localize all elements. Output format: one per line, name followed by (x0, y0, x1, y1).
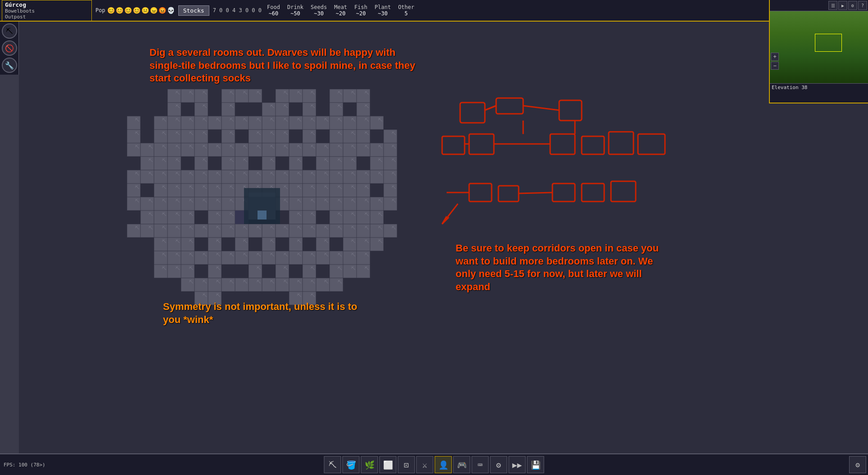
svg-rect-23 (330, 130, 370, 143)
svg-rect-47 (235, 238, 249, 251)
fast-forward-button[interactable]: ▶▶ (509, 456, 526, 473)
annotation-symmetry: Symmetry is not important, unless it is … (163, 300, 366, 326)
bottom-bar: FPS: 100 (78>) ⛏ 🪣 🌿 ⬜ ⊡ ⚔ 👤 🎮 ⌨ ⚙ ▶▶ 💾 … (0, 453, 868, 475)
population-numbers: 7 0 0 4 3 0 0 0 (213, 7, 262, 13)
fps-display: FPS: 100 (78>) (0, 462, 49, 468)
svg-rect-5 (330, 89, 370, 103)
pop-label: Pop (95, 7, 105, 13)
annotation-corridors: Be sure to keep corridors open in case y… (456, 242, 672, 293)
minimap-menu-btn[interactable]: ☰ (828, 1, 837, 10)
tool-icon[interactable]: 🔧 (2, 58, 17, 73)
svg-rect-22 (303, 130, 316, 143)
svg-rect-64 (258, 211, 267, 220)
zoom-in-btn[interactable]: + (771, 53, 779, 61)
svg-rect-82 (582, 184, 604, 202)
svg-rect-81 (552, 184, 575, 202)
minimap-help-btn[interactable]: ? (858, 1, 867, 10)
svg-rect-33 (127, 170, 397, 184)
svg-rect-57 (303, 264, 316, 278)
svg-rect-29 (262, 157, 276, 170)
svg-rect-75 (582, 136, 604, 154)
pick-icon[interactable]: ⛏ (2, 23, 17, 39)
sketch-drawings (433, 94, 685, 264)
dungeon-map[interactable]: ⛏ (127, 89, 406, 314)
fortress-subtitle: Bowelboots Outpost (5, 8, 89, 20)
svg-rect-51 (343, 238, 384, 251)
food-resource: Food ~60 (267, 4, 280, 17)
military-button[interactable]: ⚔ (416, 456, 434, 473)
minimap-area[interactable]: + − (770, 11, 868, 83)
stocks-button[interactable]: Stocks (178, 5, 209, 16)
cancel-icon[interactable]: 🚫 (2, 40, 17, 56)
other-resource: Other 5 (398, 4, 414, 17)
population-section: Pop 😊 😊 😊 😊 😐 😠 😡 💀 (95, 7, 175, 14)
svg-rect-83 (611, 181, 636, 202)
svg-rect-36 (384, 184, 397, 197)
minimap-panel: ☰ ▶ ⚙ ? + − Elevation 38 (769, 0, 868, 103)
units-button[interactable]: 👤 (435, 456, 452, 473)
game-button[interactable]: 🎮 (453, 456, 470, 473)
minimap-toolbar: ☰ ▶ ⚙ ? (770, 0, 868, 11)
svg-rect-42 (289, 211, 316, 224)
nature-button[interactable]: 🌿 (361, 456, 378, 473)
fortress-name: Gúrcog (5, 1, 89, 8)
elevation-display: Elevation 38 (770, 83, 868, 91)
svg-rect-77 (638, 134, 665, 154)
svg-rect-24 (384, 130, 397, 143)
designate-button[interactable]: 🪣 (343, 456, 360, 473)
svg-rect-19 (167, 130, 208, 143)
svg-rect-56 (276, 264, 289, 278)
svg-line-69 (523, 106, 559, 110)
zone-button[interactable]: ⊡ (398, 456, 415, 473)
svg-rect-49 (289, 238, 303, 251)
settings-button[interactable]: ⚙ (490, 456, 507, 473)
svg-rect-21 (249, 130, 289, 143)
svg-rect-10 (303, 103, 316, 116)
fortress-info: Gúrcog Bowelboots Outpost (2, 0, 92, 21)
svg-rect-80 (498, 186, 519, 202)
svg-line-85 (519, 193, 552, 193)
svg-rect-44 (127, 224, 397, 238)
resources-section: Food ~60 Drink ~50 Seeds ~30 Meat ~20 Fi… (267, 4, 414, 17)
minimap-gear-btn[interactable]: ⚙ (848, 1, 857, 10)
svg-rect-46 (208, 238, 222, 251)
svg-rect-18 (154, 130, 167, 143)
build-button[interactable]: ⬜ (380, 456, 397, 473)
save-button[interactable]: 💾 (527, 456, 544, 473)
svg-rect-3 (222, 89, 262, 103)
meat-resource: Meat ~20 (334, 4, 347, 17)
svg-line-70 (485, 106, 496, 110)
svg-rect-74 (550, 134, 575, 154)
svg-rect-8 (222, 103, 235, 116)
bottom-toolbar: ⛏ 🪣 🌿 ⬜ ⊡ ⚔ 👤 🎮 ⌨ ⚙ ▶▶ 💾 (324, 456, 544, 473)
minimap-play-btn[interactable]: ▶ (838, 1, 847, 10)
svg-rect-76 (609, 132, 633, 154)
top-bar: Gúrcog Bowelboots Outpost Pop 😊 😊 😊 😊 😐 … (0, 0, 868, 22)
svg-rect-31 (316, 157, 357, 170)
svg-rect-67 (559, 100, 582, 121)
svg-rect-2 (167, 89, 208, 103)
dig-button[interactable]: ⛏ (324, 456, 341, 473)
mood-indicators: 😊 😊 😊 😊 😐 😠 😡 💀 (107, 7, 175, 14)
svg-rect-43 (330, 211, 384, 224)
svg-rect-30 (289, 157, 303, 170)
svg-rect-72 (469, 134, 494, 154)
minimap-viewport-rect (815, 34, 842, 52)
svg-rect-12 (357, 103, 370, 116)
svg-rect-65 (460, 103, 485, 123)
svg-rect-4 (276, 89, 316, 103)
corner-button[interactable]: ⚙ (849, 456, 866, 473)
svg-rect-66 (496, 98, 523, 114)
svg-rect-50 (316, 238, 330, 251)
svg-rect-11 (330, 103, 343, 116)
plant-resource: Plant ~30 (375, 4, 391, 17)
svg-rect-54 (208, 264, 222, 278)
svg-rect-45 (154, 238, 194, 251)
zoom-out-btn[interactable]: − (771, 62, 779, 70)
svg-rect-9 (262, 103, 289, 116)
svg-rect-59 (181, 278, 343, 291)
keyboard-button[interactable]: ⌨ (472, 456, 489, 473)
svg-rect-52 (154, 251, 370, 264)
svg-rect-15 (167, 116, 370, 130)
svg-rect-16 (370, 116, 384, 130)
